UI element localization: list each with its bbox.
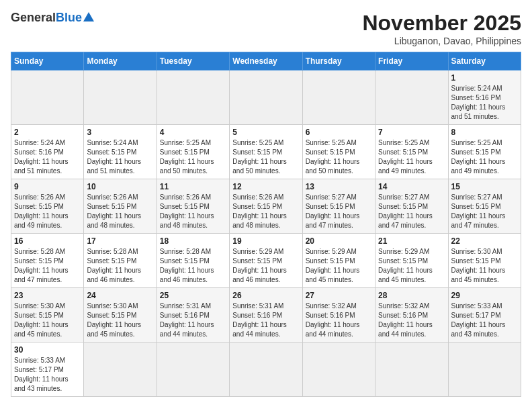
calendar-cell: 3Sunrise: 5:24 AM Sunset: 5:15 PM Daylig… [84,125,157,179]
logo-triangle-icon [83,12,94,21]
day-info: Sunrise: 5:25 AM Sunset: 5:15 PM Dayligh… [232,138,299,176]
calendar-cell [11,71,84,125]
calendar-cell [375,342,448,397]
calendar-cell: 2Sunrise: 5:24 AM Sunset: 5:16 PM Daylig… [11,125,84,179]
calendar-cell [230,71,302,125]
day-info: Sunrise: 5:25 AM Sunset: 5:15 PM Dayligh… [306,138,372,176]
calendar-cell: 26Sunrise: 5:31 AM Sunset: 5:16 PM Dayli… [230,288,302,342]
day-number: 26 [232,291,299,300]
calendar-cell: 15Sunrise: 5:27 AM Sunset: 5:15 PM Dayli… [448,179,521,234]
calendar-cell: 13Sunrise: 5:27 AM Sunset: 5:15 PM Dayli… [302,179,375,234]
day-number: 10 [87,182,153,191]
day-info: Sunrise: 5:33 AM Sunset: 5:17 PM Dayligh… [451,302,518,339]
day-number: 15 [451,182,518,191]
calendar-table: SundayMondayTuesdayWednesdayThursdayFrid… [11,52,521,397]
day-number: 5 [232,128,299,137]
day-number: 27 [306,291,372,300]
day-info: Sunrise: 5:29 AM Sunset: 5:15 PM Dayligh… [306,247,372,285]
calendar-cell [302,342,375,397]
weekday-header-sunday: Sunday [11,52,84,71]
day-info: Sunrise: 5:24 AM Sunset: 5:16 PM Dayligh… [451,84,518,122]
calendar-week-row: 1Sunrise: 5:24 AM Sunset: 5:16 PM Daylig… [11,71,521,125]
calendar-cell: 5Sunrise: 5:25 AM Sunset: 5:15 PM Daylig… [230,125,302,179]
day-info: Sunrise: 5:24 AM Sunset: 5:16 PM Dayligh… [14,138,81,176]
calendar-week-row: 9Sunrise: 5:26 AM Sunset: 5:15 PM Daylig… [11,179,521,234]
day-info: Sunrise: 5:31 AM Sunset: 5:16 PM Dayligh… [160,302,226,339]
month-year-title: November 2025 [362,11,521,36]
day-info: Sunrise: 5:31 AM Sunset: 5:16 PM Dayligh… [232,302,299,339]
day-number: 6 [306,128,372,137]
calendar-cell [230,342,302,397]
day-info: Sunrise: 5:32 AM Sunset: 5:16 PM Dayligh… [306,302,372,339]
day-info: Sunrise: 5:26 AM Sunset: 5:15 PM Dayligh… [232,193,299,230]
calendar-cell: 1Sunrise: 5:24 AM Sunset: 5:16 PM Daylig… [448,71,521,125]
calendar-week-row: 23Sunrise: 5:30 AM Sunset: 5:15 PM Dayli… [11,288,521,342]
weekday-header-thursday: Thursday [302,52,375,71]
day-number: 23 [14,291,81,300]
day-info: Sunrise: 5:24 AM Sunset: 5:15 PM Dayligh… [87,138,153,176]
day-number: 12 [232,182,299,191]
calendar-cell: 18Sunrise: 5:28 AM Sunset: 5:15 PM Dayli… [157,234,229,288]
day-info: Sunrise: 5:32 AM Sunset: 5:16 PM Dayligh… [378,302,445,339]
day-info: Sunrise: 5:29 AM Sunset: 5:15 PM Dayligh… [378,247,445,285]
weekday-header-saturday: Saturday [448,52,521,71]
day-info: Sunrise: 5:33 AM Sunset: 5:17 PM Dayligh… [14,356,81,394]
calendar-cell: 14Sunrise: 5:27 AM Sunset: 5:15 PM Dayli… [375,179,448,234]
day-number: 30 [14,345,81,355]
day-number: 2 [14,128,81,137]
calendar-cell: 28Sunrise: 5:32 AM Sunset: 5:16 PM Dayli… [375,288,448,342]
calendar-cell [84,342,157,397]
calendar-cell: 17Sunrise: 5:28 AM Sunset: 5:15 PM Dayli… [84,234,157,288]
weekday-header-tuesday: Tuesday [157,52,229,71]
day-number: 20 [306,236,372,246]
day-number: 24 [87,291,153,300]
day-info: Sunrise: 5:29 AM Sunset: 5:15 PM Dayligh… [232,247,299,285]
day-info: Sunrise: 5:28 AM Sunset: 5:15 PM Dayligh… [160,247,226,285]
calendar-cell: 29Sunrise: 5:33 AM Sunset: 5:17 PM Dayli… [448,288,521,342]
day-info: Sunrise: 5:25 AM Sunset: 5:15 PM Dayligh… [451,138,518,176]
day-number: 19 [232,236,299,246]
weekday-header-row: SundayMondayTuesdayWednesdayThursdayFrid… [11,52,521,71]
calendar-week-row: 16Sunrise: 5:28 AM Sunset: 5:15 PM Dayli… [11,234,521,288]
calendar-cell: 7Sunrise: 5:25 AM Sunset: 5:15 PM Daylig… [375,125,448,179]
day-info: Sunrise: 5:27 AM Sunset: 5:15 PM Dayligh… [378,193,445,230]
day-number: 3 [87,128,153,137]
calendar-cell [302,71,375,125]
day-number: 7 [378,128,445,137]
day-info: Sunrise: 5:30 AM Sunset: 5:15 PM Dayligh… [14,302,81,339]
calendar-cell [448,342,521,397]
calendar-cell: 9Sunrise: 5:26 AM Sunset: 5:15 PM Daylig… [11,179,84,234]
weekday-header-friday: Friday [375,52,448,71]
logo-general: General [11,11,56,25]
calendar-cell: 22Sunrise: 5:30 AM Sunset: 5:15 PM Dayli… [448,234,521,288]
calendar-cell: 21Sunrise: 5:29 AM Sunset: 5:15 PM Dayli… [375,234,448,288]
calendar-cell: 19Sunrise: 5:29 AM Sunset: 5:15 PM Dayli… [230,234,302,288]
calendar-cell: 6Sunrise: 5:25 AM Sunset: 5:15 PM Daylig… [302,125,375,179]
calendar-cell: 30Sunrise: 5:33 AM Sunset: 5:17 PM Dayli… [11,342,84,397]
day-number: 1 [451,73,518,83]
day-number: 21 [378,236,445,246]
day-number: 11 [160,182,226,191]
day-info: Sunrise: 5:30 AM Sunset: 5:15 PM Dayligh… [451,247,518,285]
calendar-cell: 27Sunrise: 5:32 AM Sunset: 5:16 PM Dayli… [302,288,375,342]
day-number: 16 [14,236,81,246]
weekday-header-wednesday: Wednesday [230,52,302,71]
calendar-cell: 16Sunrise: 5:28 AM Sunset: 5:15 PM Dayli… [11,234,84,288]
day-info: Sunrise: 5:25 AM Sunset: 5:15 PM Dayligh… [378,138,445,176]
location-subtitle: Libuganon, Davao, Philippines [362,36,521,46]
day-info: Sunrise: 5:28 AM Sunset: 5:15 PM Dayligh… [14,247,81,285]
day-info: Sunrise: 5:26 AM Sunset: 5:15 PM Dayligh… [14,193,81,230]
calendar-cell: 24Sunrise: 5:30 AM Sunset: 5:15 PM Dayli… [84,288,157,342]
day-number: 9 [14,182,81,191]
calendar-cell [375,71,448,125]
calendar-cell [157,71,229,125]
day-number: 17 [87,236,153,246]
calendar-body: 1Sunrise: 5:24 AM Sunset: 5:16 PM Daylig… [11,71,521,397]
calendar-cell: 10Sunrise: 5:26 AM Sunset: 5:15 PM Dayli… [84,179,157,234]
calendar-cell: 8Sunrise: 5:25 AM Sunset: 5:15 PM Daylig… [448,125,521,179]
calendar-cell: 12Sunrise: 5:26 AM Sunset: 5:15 PM Dayli… [230,179,302,234]
day-info: Sunrise: 5:26 AM Sunset: 5:15 PM Dayligh… [160,193,226,230]
header: General Blue November 2025 Libuganon, Da… [11,11,521,46]
day-number: 28 [378,291,445,300]
calendar-cell: 25Sunrise: 5:31 AM Sunset: 5:16 PM Dayli… [157,288,229,342]
